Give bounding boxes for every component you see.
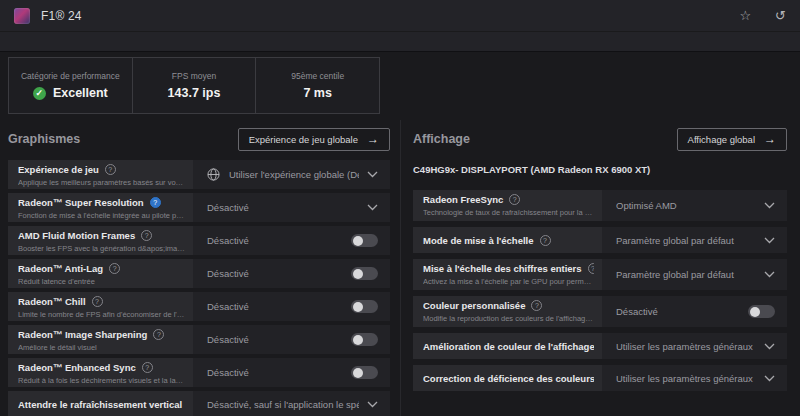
- setting-label: AMD Fluid Motion Frames: [18, 230, 135, 241]
- help-icon[interactable]: ?: [109, 263, 120, 274]
- row-display-color-enhancement: Amélioration de couleur de l'affichage ?…: [413, 333, 787, 359]
- row-game-experience: Expérience de jeu ? Applique les meilleu…: [8, 160, 390, 189]
- graphics-section-title: Graphismes: [8, 132, 80, 146]
- column-divider: [400, 120, 401, 416]
- chevron-down-icon: [764, 271, 775, 278]
- row-anti-lag: Radeon™ Anti-Lag ? Réduit latence d'entr…: [8, 259, 390, 288]
- stat-value: 143.7 ips: [168, 86, 221, 100]
- setting-description: Réduit latence d'entrée: [18, 277, 185, 286]
- chevron-down-icon: [764, 375, 775, 382]
- display-section: Affichage Affichage global → C49HG9x- DI…: [413, 127, 787, 397]
- title-bar-area: F1® 24 ☆ ↺: [0, 0, 800, 52]
- setting-description: Booster les FPS avec la génération d&apo…: [18, 244, 185, 253]
- freesync-dropdown[interactable]: Optimisé AMD: [602, 190, 787, 221]
- stat-value: Excellent: [53, 86, 108, 100]
- setting-description: Activez la mise à l'échelle par le GPU p…: [423, 277, 594, 286]
- setting-label: Mise à l'échelle des chiffres entiers: [423, 263, 582, 274]
- help-icon[interactable]: ?: [588, 263, 594, 274]
- scaling-mode-dropdown[interactable]: Paramètre global par défaut: [602, 227, 787, 253]
- setting-label: Expérience de jeu: [18, 164, 99, 175]
- setting-label: Correction de déficience des couleurs: [423, 373, 594, 384]
- stat-value: 7 ms: [303, 86, 332, 100]
- toggle-off[interactable]: [351, 300, 378, 313]
- favorite-star-icon[interactable]: ☆: [739, 9, 751, 22]
- setting-label: Radeon™ Enhanced Sync: [18, 362, 136, 373]
- help-icon[interactable]: ?: [540, 235, 551, 246]
- help-icon[interactable]: ?: [141, 230, 152, 241]
- chevron-down-icon: [764, 343, 775, 350]
- row-scaling-mode: Mode de mise à l'échelle ? Paramètre glo…: [413, 227, 787, 253]
- setting-description: Modifie la reproduction des couleurs de …: [423, 314, 594, 323]
- toggle-off[interactable]: [351, 366, 378, 379]
- row-fluid-motion-frames: AMD Fluid Motion Frames ? Booster les FP…: [8, 226, 390, 255]
- graphics-section: Graphismes Expérience de jeu globale → E…: [8, 127, 390, 416]
- game-thumbnail-icon: [14, 8, 30, 24]
- setting-label: Radeon FreeSync: [423, 194, 503, 205]
- help-icon[interactable]: ?: [142, 362, 153, 373]
- help-icon[interactable]: ?: [153, 329, 164, 340]
- global-graphics-button[interactable]: Expérience de jeu globale →: [238, 128, 390, 151]
- integer-scaling-dropdown[interactable]: Paramètre global par défaut: [602, 259, 787, 290]
- row-freesync: Radeon FreeSync ? Technologie de taux de…: [413, 190, 787, 221]
- row-wait-vertical-refresh: Attendre le rafraîchissement vertical ? …: [8, 391, 390, 416]
- monitor-label: C49HG9x- DISPLAYPORT (AMD Radeon RX 6900…: [413, 164, 787, 176]
- chevron-down-icon: [367, 204, 378, 211]
- arrow-right-icon: →: [367, 132, 379, 146]
- display-section-title: Affichage: [413, 132, 470, 146]
- setting-description: Réduit à la fois les déchirements visuel…: [18, 376, 185, 385]
- game-experience-dropdown[interactable]: Utiliser l'expérience globale (Default): [193, 160, 390, 189]
- setting-label: Mode de mise à l'échelle: [423, 235, 534, 246]
- row-super-resolution: Radeon™ Super Resolution ? Fonction de m…: [8, 193, 390, 222]
- row-chill: Radeon™ Chill ? Limite le nombre de FPS …: [8, 292, 390, 321]
- title-bar: F1® 24 ☆ ↺: [0, 0, 800, 32]
- arrow-right-icon: →: [764, 132, 776, 146]
- help-icon[interactable]: ?: [105, 164, 116, 175]
- toggle-off[interactable]: [351, 333, 378, 346]
- row-enhanced-sync: Radeon™ Enhanced Sync ? Réduit à la fois…: [8, 358, 390, 387]
- setting-description: Applique les meilleurs paramètres basés …: [18, 178, 185, 187]
- help-icon[interactable]: ?: [509, 194, 520, 205]
- stat-95th-percentile: 95ème centile 7 ms: [256, 58, 379, 113]
- chevron-down-icon: [764, 237, 775, 244]
- setting-description: Améliore le détail visuel: [18, 343, 185, 352]
- toggle-off[interactable]: [748, 305, 775, 318]
- global-display-button[interactable]: Affichage global →: [677, 128, 787, 151]
- toggle-off[interactable]: [351, 234, 378, 247]
- help-icon[interactable]: ?: [92, 296, 103, 307]
- performance-stats-panel: Catégorie de performance ✓ Excellent FPS…: [8, 57, 380, 114]
- chevron-down-icon: [367, 401, 378, 408]
- row-integer-scaling: Mise à l'échelle des chiffres entiers ? …: [413, 259, 787, 290]
- setting-label: Radeon™ Image Sharpening: [18, 329, 147, 340]
- stat-label: Catégorie de performance: [21, 71, 120, 81]
- help-icon[interactable]: ?: [531, 300, 542, 311]
- setting-description: Fonction de mise à l'échelle intégrée au…: [18, 211, 185, 220]
- chevron-down-icon: [764, 202, 775, 209]
- chevron-down-icon: [367, 171, 378, 178]
- help-icon-highlighted[interactable]: ?: [150, 197, 161, 208]
- vsync-dropdown[interactable]: Désactivé, sauf si l'application le spéc…: [193, 391, 390, 416]
- globe-icon: [207, 168, 220, 181]
- color-deficiency-dropdown[interactable]: Utiliser les paramètres généraux: [602, 365, 787, 391]
- setting-label: Attendre le rafraîchissement vertical: [18, 399, 182, 410]
- check-circle-icon: ✓: [33, 87, 46, 100]
- row-image-sharpening: Radeon™ Image Sharpening ? Améliore le d…: [8, 325, 390, 354]
- color-enhancement-dropdown[interactable]: Utiliser les paramètres généraux: [602, 333, 787, 359]
- stat-label: 95ème centile: [291, 71, 344, 81]
- stat-performance-category: Catégorie de performance ✓ Excellent: [9, 58, 133, 113]
- setting-label: Radeon™ Chill: [18, 296, 86, 307]
- setting-label: Radeon™ Anti-Lag: [18, 263, 103, 274]
- toggle-off[interactable]: [351, 267, 378, 280]
- super-resolution-dropdown[interactable]: Désactivé: [193, 193, 390, 222]
- setting-label: Amélioration de couleur de l'affichage: [423, 341, 594, 352]
- stat-avg-fps: FPS moyen 143.7 ips: [133, 58, 257, 113]
- setting-label: Couleur personnalisée: [423, 300, 525, 311]
- setting-label: Radeon™ Super Resolution: [18, 197, 144, 208]
- row-color-deficiency-correction: Correction de déficience des couleurs ? …: [413, 365, 787, 391]
- row-custom-color: Couleur personnalisée ? Modifie la repro…: [413, 296, 787, 327]
- setting-description: Limite le nombre de FPS afin d'économise…: [18, 310, 185, 319]
- page-title: F1® 24: [41, 9, 82, 23]
- reset-refresh-icon[interactable]: ↺: [775, 9, 786, 22]
- stat-label: FPS moyen: [172, 71, 216, 81]
- setting-description: Technologie de taux de rafraîchissement …: [423, 208, 594, 217]
